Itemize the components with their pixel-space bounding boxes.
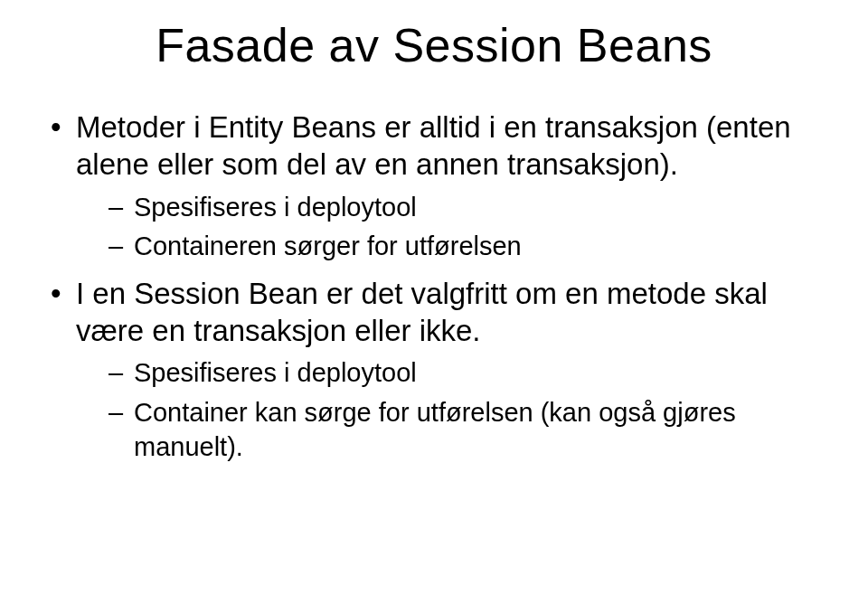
slide: Fasade av Session Beans Metoder i Entity… [0,0,868,595]
bullet-text: I en Session Bean er det valgfritt om en… [76,277,768,347]
list-item: Spesifiseres i deploytool [108,356,823,391]
list-item: Containeren sørger for utførelsen [108,230,823,264]
sub-list: Spesifiseres i deploytool Container kan … [76,356,823,464]
slide-title: Fasade av Session Beans [45,18,823,72]
list-item: Spesifiseres i deploytool [108,191,823,225]
list-item: Metoder i Entity Beans er alltid i en tr… [45,109,823,264]
sub-list: Spesifiseres i deploytool Containeren sø… [76,191,823,264]
list-item: I en Session Bean er det valgfritt om en… [45,275,823,465]
sub-bullet-text: Containeren sørger for utførelsen [134,231,522,260]
sub-bullet-text: Spesifiseres i deploytool [134,193,417,222]
sub-bullet-text: Spesifiseres i deploytool [134,358,417,387]
bullet-text: Metoder i Entity Beans er alltid i en tr… [76,110,791,181]
sub-bullet-text: Container kan sørge for utførelsen (kan … [134,398,736,461]
bullet-list: Metoder i Entity Beans er alltid i en tr… [45,109,823,464]
list-item: Container kan sørge for utførelsen (kan … [108,396,823,464]
